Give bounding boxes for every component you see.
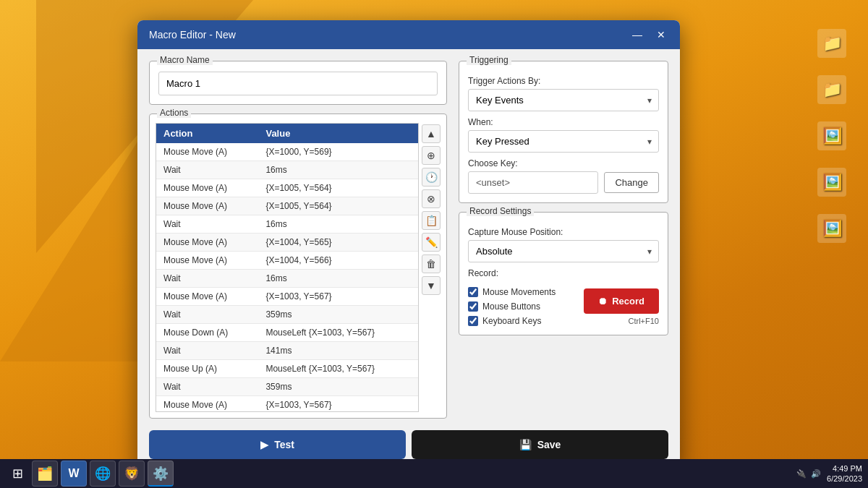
close-button[interactable]: ✕ [654,30,668,40]
table-row[interactable]: Mouse Move (A){X=1004, Y=566} [156,252,418,270]
action-cell: Mouse Move (A) [156,143,258,161]
record-button-label: Record [612,296,644,307]
value-cell: 16ms [258,215,418,234]
table-row[interactable]: Mouse Up (A)MouseLeft {X=1003, Y=567} [156,360,418,378]
timer-button[interactable]: 🕐 [422,168,441,187]
table-row[interactable]: Mouse Move (A){X=1003, Y=567} [156,396,418,413]
mouse-buttons-label: Mouse Buttons [482,301,540,312]
table-row[interactable]: Wait141ms [156,342,418,360]
mouse-movements-row: Mouse Movements [468,287,556,297]
capture-mouse-label: Capture Mouse Position: [468,227,659,237]
desktop-icon-1[interactable]: 📁 [810,29,854,61]
actions-legend: Actions [157,108,191,118]
taskbar-app-macro[interactable]: ⚙️ [148,461,174,487]
value-cell: 359ms [258,378,418,396]
title-bar: Macro Editor - New — ✕ [137,20,680,49]
table-row[interactable]: Mouse Move (A){X=1005, Y=564} [156,197,418,215]
right-panel: Triggering Trigger Actions By: Key Event… [459,61,668,419]
table-row[interactable]: Wait359ms [156,306,418,324]
record-label: Record: [468,268,659,278]
trigger-actions-by-wrap: Key Events Mouse Events Window Events ▾ [468,89,659,111]
record-settings-fieldset: Record Settings Capture Mouse Position: … [459,212,668,335]
macro-editor-dialog: Macro Editor - New — ✕ Macro Name Action… [137,20,680,471]
move-down-button[interactable]: ▼ [422,276,441,295]
mouse-buttons-checkbox[interactable] [468,301,478,312]
trigger-actions-by-label: Trigger Actions By: [468,76,659,86]
left-panel: Macro Name Actions Action Value [149,61,447,419]
when-select[interactable]: Key Pressed Key Released Key Held [468,130,659,153]
desktop-icon-2[interactable]: 📁 [810,75,854,107]
macro-name-input[interactable] [158,72,438,95]
value-cell: {X=1004, Y=565} [258,234,418,252]
copy-button[interactable]: 📋 [422,211,441,230]
actions-content: Action Value Mouse Move (A){X=1000, Y=56… [150,114,446,418]
action-cell: Wait [156,215,258,234]
taskbar-app-brave[interactable]: 🦁 [119,461,145,487]
keyboard-keys-row: Keyboard Keys [468,316,556,326]
trigger-actions-by-select[interactable]: Key Events Mouse Events Window Events [468,89,659,111]
choose-key-label: Choose Key: [468,158,659,168]
taskbar: ⊞ 🗂️ W 🌐 🦁 ⚙️ 🔌 🔊 4:49 PM 6/29/2023 [0,459,868,488]
action-cell: Wait [156,270,258,288]
table-row[interactable]: Mouse Move (A){X=1003, Y=567} [156,288,418,306]
keyboard-keys-checkbox[interactable] [468,316,478,326]
taskbar-system-icons: 🔌 🔊 [796,469,821,479]
dialog-title: Macro Editor - New [149,29,236,40]
action-cell: Mouse Move (A) [156,234,258,252]
value-cell: {X=1003, Y=567} [258,288,418,306]
desktop-icon-4[interactable]: 🖼️ [810,168,854,200]
desktop-icon-5[interactable]: 🖼️ [810,214,854,246]
when-wrap: Key Pressed Key Released Key Held ▾ [468,130,659,153]
record-button[interactable]: ⏺ Record [584,288,659,314]
when-label: When: [468,117,659,127]
edit-button[interactable]: ✏️ [422,233,441,252]
capture-mouse-wrap: Absolute Relative None ▾ [468,240,659,262]
value-cell: {X=1003, Y=567} [258,396,418,413]
value-cell: {X=1005, Y=564} [258,197,418,215]
table-row[interactable]: Wait359ms [156,378,418,396]
move-up-button[interactable]: ▲ [422,124,441,143]
change-key-button[interactable]: Change [604,172,659,193]
triggering-fieldset: Triggering Trigger Actions By: Key Event… [459,61,668,203]
table-row[interactable]: Wait16ms [156,270,418,288]
table-row[interactable]: Mouse Move (A){X=1004, Y=565} [156,234,418,252]
table-row[interactable]: Wait16ms [156,215,418,234]
table-row[interactable]: Mouse Move (A){X=1000, Y=569} [156,143,418,161]
table-row[interactable]: Mouse Down (A)MouseLeft {X=1003, Y=567} [156,324,418,342]
desktop-icon-3[interactable]: 🖼️ [810,121,854,153]
action-cell: Mouse Up (A) [156,360,258,378]
title-bar-controls: — ✕ [629,30,668,40]
action-cell: Mouse Move (A) [156,179,258,197]
capture-mouse-select[interactable]: Absolute Relative None [468,240,659,262]
triggering-legend: Triggering [467,55,511,65]
trash-button[interactable]: 🗑 [422,254,441,273]
volume-icon: 🔊 [811,469,821,479]
mouse-movements-checkbox[interactable] [468,287,478,297]
add-button[interactable]: ⊕ [422,146,441,165]
delete-circle-button[interactable]: ⊗ [422,189,441,208]
start-button[interactable]: ⊞ [6,462,29,485]
action-cell: Wait [156,378,258,396]
action-cell: Wait [156,342,258,360]
taskbar-app-chrome[interactable]: 🌐 [90,461,116,487]
actions-table: Action Value Mouse Move (A){X=1000, Y=56… [156,124,418,412]
table-row[interactable]: Mouse Move (A){X=1005, Y=564} [156,179,418,197]
actions-table-wrap[interactable]: Action Value Mouse Move (A){X=1000, Y=56… [156,123,419,412]
value-cell: 141ms [258,342,418,360]
test-button-label: Test [274,439,294,450]
value-cell: MouseLeft {X=1003, Y=567} [258,324,418,342]
save-button[interactable]: 💾 Save [412,430,668,459]
taskbar-app-word[interactable]: W [61,461,87,487]
col-header-value: Value [258,124,418,143]
minimize-button[interactable]: — [629,30,645,40]
taskbar-date-display: 6/29/2023 [827,474,862,484]
action-cell: Mouse Move (A) [156,288,258,306]
value-cell: {X=1000, Y=569} [258,143,418,161]
taskbar-clock: 4:49 PM 6/29/2023 [827,463,862,484]
record-icon: ⏺ [598,296,608,307]
table-row[interactable]: Wait16ms [156,161,418,179]
value-cell: 16ms [258,161,418,179]
test-button[interactable]: ▶ Test [149,430,406,459]
taskbar-app-filemanager[interactable]: 🗂️ [32,461,58,487]
record-checkboxes: Mouse Movements Mouse Buttons Keyboard K… [468,283,556,326]
